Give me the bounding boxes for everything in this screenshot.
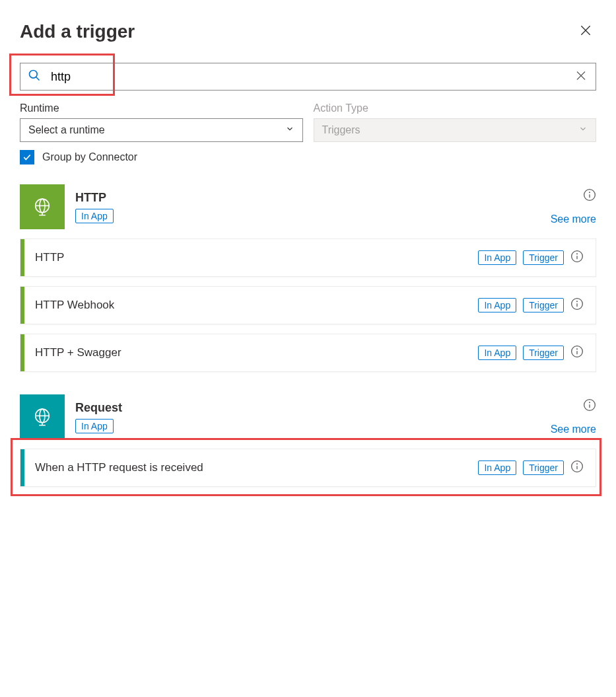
info-icon[interactable] bbox=[570, 460, 584, 476]
connector-name: HTTP bbox=[75, 191, 540, 205]
svg-point-16 bbox=[577, 254, 578, 254]
chevron-down-icon bbox=[285, 124, 294, 136]
svg-point-22 bbox=[577, 349, 578, 349]
trigger-badge: Trigger bbox=[523, 346, 564, 360]
info-icon[interactable] bbox=[570, 250, 584, 266]
svg-point-19 bbox=[577, 301, 578, 302]
see-more-link[interactable]: See more bbox=[551, 213, 596, 225]
trigger-item-http-swagger[interactable]: HTTP + Swagger In App Trigger bbox=[20, 334, 596, 372]
runtime-select[interactable]: Select a runtime bbox=[20, 118, 303, 142]
svg-point-2 bbox=[30, 71, 38, 79]
close-button[interactable] bbox=[575, 20, 596, 43]
search-input[interactable] bbox=[20, 63, 596, 91]
trigger-name: When a HTTP request is received bbox=[24, 461, 478, 474]
in-app-badge: In App bbox=[75, 419, 114, 433]
connector-icon-request bbox=[20, 394, 65, 439]
svg-point-33 bbox=[577, 464, 578, 464]
in-app-badge: In App bbox=[478, 346, 516, 360]
group-by-connector-label: Group by Connector bbox=[42, 151, 137, 163]
clear-icon bbox=[575, 74, 587, 84]
in-app-badge: In App bbox=[75, 209, 114, 223]
in-app-badge: In App bbox=[478, 298, 516, 312]
in-app-badge: In App bbox=[478, 460, 516, 475]
info-icon[interactable] bbox=[570, 345, 584, 361]
connector-icon-http bbox=[20, 184, 65, 229]
search-icon bbox=[28, 69, 41, 85]
svg-point-13 bbox=[590, 192, 590, 193]
connector-name: Request bbox=[75, 401, 540, 415]
trigger-item-http-webhook[interactable]: HTTP Webhook In App Trigger bbox=[20, 286, 596, 324]
svg-point-30 bbox=[590, 402, 590, 403]
chevron-down-icon bbox=[578, 124, 588, 136]
trigger-name: HTTP Webhook bbox=[24, 299, 478, 312]
info-icon[interactable] bbox=[570, 297, 584, 313]
action-type-select: Triggers bbox=[314, 118, 597, 142]
info-icon[interactable] bbox=[583, 188, 596, 204]
trigger-name: HTTP bbox=[24, 251, 478, 264]
svg-line-3 bbox=[36, 77, 40, 81]
group-by-connector-checkbox[interactable] bbox=[20, 150, 34, 165]
runtime-select-value: Select a runtime bbox=[28, 124, 105, 136]
action-type-label: Action Type bbox=[314, 102, 597, 114]
info-icon[interactable] bbox=[583, 398, 596, 414]
trigger-item-http-request-received[interactable]: When a HTTP request is received In App T… bbox=[20, 449, 596, 487]
trigger-item-http[interactable]: HTTP In App Trigger bbox=[20, 238, 596, 277]
panel-title: Add a trigger bbox=[20, 21, 135, 42]
trigger-name: HTTP + Swagger bbox=[24, 346, 478, 359]
in-app-badge: In App bbox=[478, 250, 516, 265]
trigger-badge: Trigger bbox=[523, 250, 564, 265]
action-type-value: Triggers bbox=[322, 124, 360, 136]
clear-search-button[interactable] bbox=[572, 67, 590, 87]
see-more-link[interactable]: See more bbox=[551, 423, 596, 435]
runtime-label: Runtime bbox=[20, 102, 303, 114]
trigger-badge: Trigger bbox=[523, 460, 564, 475]
trigger-badge: Trigger bbox=[523, 298, 564, 312]
close-icon bbox=[579, 29, 592, 39]
